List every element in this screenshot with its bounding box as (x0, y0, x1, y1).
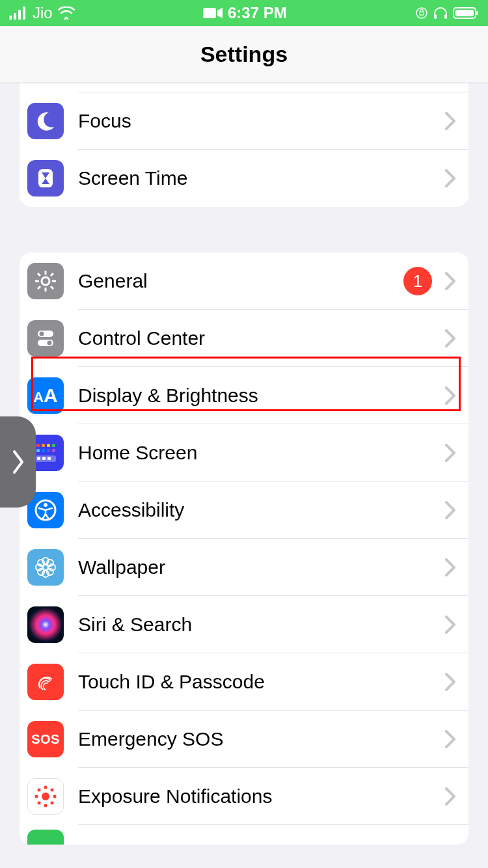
lock-rotation-icon (415, 7, 428, 20)
text-size-icon: AA (27, 377, 64, 414)
side-drawer-handle[interactable] (0, 416, 36, 508)
row-emergency-sos[interactable]: SOS Emergency SOS (20, 711, 468, 768)
video-icon (203, 7, 223, 20)
row-label: Accessibility (78, 499, 445, 521)
headphones-icon (433, 7, 448, 20)
svg-point-39 (44, 503, 47, 507)
chevron-right-icon (445, 673, 455, 691)
settings-scroll[interactable]: Sounds & Haptics Focus Screen Time (0, 83, 488, 868)
chevron-right-icon (445, 272, 455, 290)
svg-rect-2 (18, 10, 21, 20)
svg-point-56 (38, 802, 41, 805)
header: Settings (0, 26, 488, 83)
row-label: Screen Time (78, 167, 445, 189)
svg-rect-12 (38, 169, 53, 187)
row-home-screen[interactable]: Home Screen (20, 424, 468, 481)
svg-line-20 (51, 273, 53, 276)
row-partial-bottom[interactable] (20, 825, 468, 845)
svg-rect-30 (36, 449, 40, 452)
svg-rect-1 (14, 13, 16, 20)
status-bar: Jio 6:37 PM (0, 0, 488, 26)
row-control-center[interactable]: Control Center (20, 310, 468, 367)
chevron-right-icon (445, 558, 455, 576)
fingerprint-icon (27, 664, 64, 700)
svg-line-21 (38, 286, 40, 289)
svg-rect-27 (42, 444, 45, 447)
svg-line-18 (38, 273, 40, 276)
svg-rect-7 (434, 14, 437, 19)
row-label: Wallpaper (78, 556, 445, 578)
row-display-brightness[interactable]: AA Display & Brightness (20, 367, 468, 424)
chevron-right-icon (445, 787, 455, 806)
svg-rect-35 (37, 457, 40, 460)
status-left: Jio (9, 4, 75, 22)
row-label: Control Center (78, 327, 445, 349)
row-label: Focus (78, 110, 445, 132)
svg-rect-8 (444, 14, 447, 19)
time-label: 6:37 PM (228, 4, 287, 22)
chevron-right-icon (445, 387, 455, 405)
svg-point-23 (40, 332, 44, 336)
page-title: Settings (200, 42, 288, 67)
signal-icon (9, 7, 27, 20)
svg-rect-36 (42, 457, 46, 460)
svg-rect-10 (455, 10, 474, 16)
gear-icon (27, 263, 64, 299)
chevron-right-icon (445, 169, 455, 187)
status-center: 6:37 PM (75, 4, 415, 22)
row-accessibility[interactable]: Accessibility (20, 481, 468, 539)
svg-point-25 (47, 341, 52, 346)
notification-badge: 1 (403, 267, 432, 295)
moon-icon (27, 103, 64, 139)
svg-rect-29 (52, 444, 55, 447)
row-wallpaper[interactable]: Wallpaper (20, 539, 468, 596)
svg-point-57 (51, 802, 54, 805)
exposure-icon (27, 778, 64, 815)
chevron-right-icon (445, 501, 455, 519)
status-right (415, 7, 479, 20)
row-touch-id[interactable]: Touch ID & Passcode (20, 653, 468, 711)
svg-point-52 (35, 795, 38, 798)
row-label: Display & Brightness (78, 385, 445, 407)
battery-settings-icon (27, 830, 64, 845)
svg-point-49 (42, 793, 49, 800)
row-exposure-notifications[interactable]: Exposure Notifications (20, 768, 468, 825)
svg-point-50 (44, 786, 47, 789)
svg-rect-4 (203, 8, 216, 18)
svg-rect-26 (36, 444, 40, 447)
svg-rect-31 (42, 449, 45, 452)
svg-rect-6 (420, 12, 424, 15)
svg-rect-33 (52, 449, 55, 452)
row-screen-time[interactable]: Screen Time (20, 150, 468, 207)
svg-rect-32 (47, 449, 50, 452)
svg-point-13 (42, 277, 49, 285)
row-general[interactable]: General 1 (20, 252, 468, 310)
row-label: General (78, 270, 403, 292)
row-sounds-haptics[interactable]: Sounds & Haptics (20, 83, 468, 92)
svg-rect-37 (47, 457, 51, 460)
svg-point-53 (53, 795, 57, 798)
flower-icon (27, 549, 64, 586)
row-label: Siri & Search (78, 614, 445, 636)
row-label: Home Screen (78, 442, 445, 464)
settings-group-2: General 1 Control Center AA Display & Br… (20, 252, 468, 845)
chevron-right-icon (445, 730, 455, 748)
battery-icon (453, 7, 479, 20)
svg-point-55 (51, 789, 54, 792)
chevron-right-icon (445, 616, 455, 634)
row-label: Exposure Notifications (78, 785, 445, 807)
sos-icon: SOS (27, 721, 64, 757)
chevron-right-icon (12, 448, 25, 476)
row-label: Touch ID & Passcode (78, 671, 445, 693)
svg-point-51 (44, 804, 47, 807)
row-label: Emergency SOS (78, 728, 445, 750)
switches-icon (27, 320, 64, 357)
row-focus[interactable]: Focus (20, 92, 468, 150)
svg-point-54 (38, 789, 41, 792)
svg-rect-0 (9, 16, 12, 20)
hourglass-icon (27, 160, 64, 197)
siri-icon (27, 606, 64, 643)
wifi-icon (58, 7, 75, 20)
row-siri-search[interactable]: Siri & Search (20, 596, 468, 653)
settings-group-1: Sounds & Haptics Focus Screen Time (20, 83, 468, 207)
